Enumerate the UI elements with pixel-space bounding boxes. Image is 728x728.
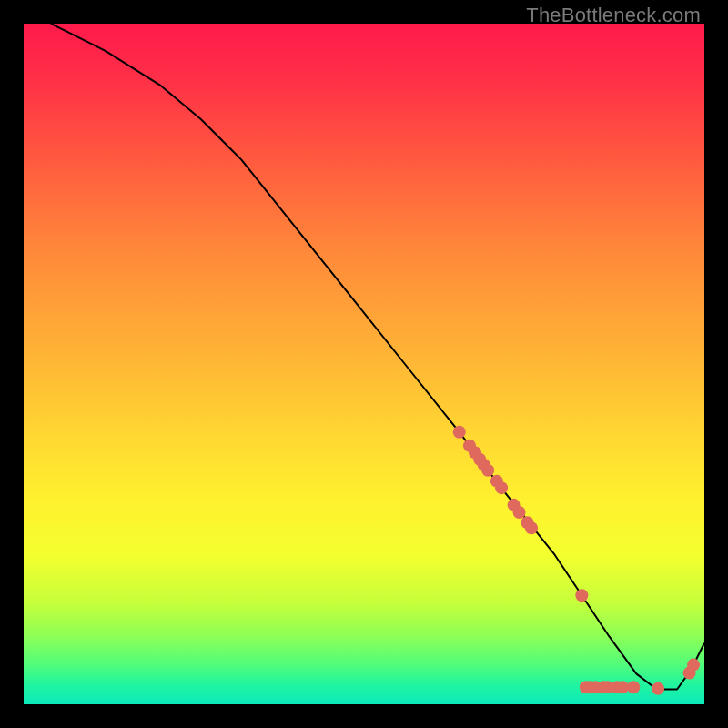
- chart-overlay: [24, 24, 704, 704]
- chart-frame: TheBottleneck.com: [0, 0, 728, 728]
- plot-area: [24, 24, 704, 704]
- data-marker: [652, 682, 664, 695]
- data-marker: [481, 464, 494, 477]
- data-marker: [616, 681, 629, 693]
- data-markers: [453, 426, 700, 695]
- data-marker: [687, 659, 700, 672]
- data-marker: [513, 506, 526, 519]
- data-marker: [525, 521, 538, 534]
- data-marker: [495, 481, 508, 494]
- bottleneck-curve: [51, 24, 704, 690]
- data-marker: [575, 589, 588, 602]
- data-marker: [627, 681, 640, 693]
- data-marker: [453, 426, 466, 439]
